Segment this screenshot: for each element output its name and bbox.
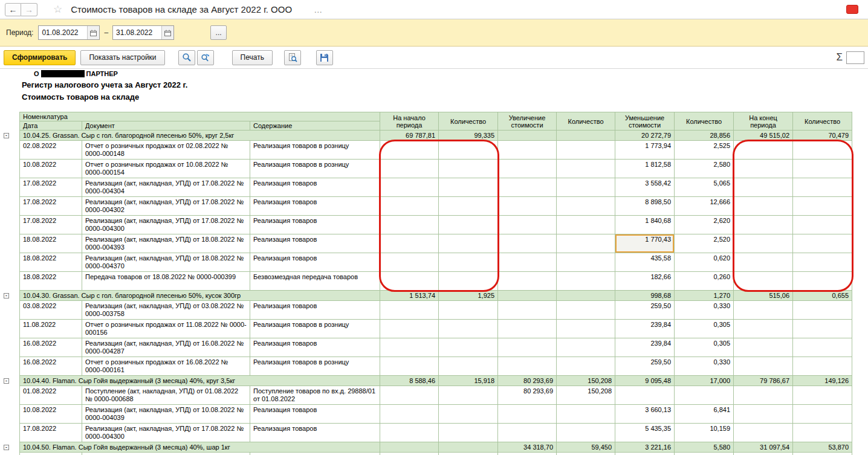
detail-row[interactable]: 17.08.2022Реализация (акт, накладная, УП… <box>20 197 852 216</box>
cell-content[interactable]: Реализация товаров в розницу <box>250 160 380 178</box>
cell-end[interactable] <box>734 320 793 338</box>
cell-dec[interactable] <box>615 386 675 405</box>
cell-inc_qty[interactable] <box>557 178 615 197</box>
cell-begin_qty[interactable] <box>439 320 498 338</box>
cell-dec[interactable]: 3 221,16 <box>615 442 675 453</box>
cell-end[interactable]: 31 097,54 <box>734 442 793 453</box>
cell-inc[interactable] <box>498 160 557 178</box>
cell-dec[interactable]: 182,66 <box>615 272 675 291</box>
cell-end_qty[interactable]: 53,870 <box>793 442 852 453</box>
cell-end[interactable] <box>734 234 793 253</box>
cell-inc[interactable] <box>498 216 557 234</box>
cell-begin_qty[interactable] <box>439 424 498 442</box>
print-button[interactable]: Печать <box>232 50 273 65</box>
cell-end[interactable] <box>734 178 793 197</box>
cell-begin[interactable]: 1 513,74 <box>380 291 439 301</box>
cell-end[interactable] <box>734 197 793 216</box>
cell-end[interactable]: 515,06 <box>734 291 793 301</box>
detail-row[interactable]: 18.08.2022Реализация (акт, накладная, УП… <box>20 253 852 272</box>
cell-begin_qty[interactable] <box>439 272 498 291</box>
cell-dec[interactable]: 3 558,42 <box>615 178 675 197</box>
cell-end_qty[interactable] <box>793 197 852 216</box>
cell-document[interactable]: Отчет о розничных продажах от 11.08.2022… <box>82 320 250 338</box>
cell-dec[interactable]: 259,50 <box>615 357 675 376</box>
detail-row[interactable]: 11.08.2022Отчет о розничных продажах от … <box>20 320 852 338</box>
cell-date[interactable]: 02.08.2022 <box>20 141 82 160</box>
cell-document[interactable]: Поступление (акт, накладная, УПД) от 01.… <box>82 386 250 405</box>
cell-inc[interactable] <box>498 141 557 160</box>
cell-inc_qty[interactable]: 150,208 <box>557 386 615 405</box>
cell-dec_qty[interactable]: 0,305 <box>675 338 734 357</box>
cell-end[interactable] <box>734 386 793 405</box>
cell-date[interactable]: 16.08.2022 <box>20 357 82 376</box>
cell-inc[interactable] <box>498 424 557 442</box>
cell-end[interactable] <box>734 216 793 234</box>
cell-begin_qty[interactable]: 15,918 <box>439 376 498 386</box>
cell-inc_qty[interactable] <box>557 424 615 442</box>
cell-dec[interactable]: 9 095,48 <box>615 376 675 386</box>
cell-inc[interactable] <box>498 357 557 376</box>
cell-dec_qty[interactable]: 0,330 <box>675 357 734 376</box>
cell-date[interactable]: 17.08.2022 <box>20 216 82 234</box>
cell-inc_qty[interactable] <box>557 141 615 160</box>
cell-content[interactable]: Реализация товаров в розницу <box>250 320 380 338</box>
detail-row[interactable]: 17.08.2022Реализация (акт, накладная, УП… <box>20 424 852 442</box>
cell-begin_qty[interactable] <box>439 197 498 216</box>
cell-dec[interactable]: 1 812,58 <box>615 160 675 178</box>
detail-row[interactable]: 03.08.2022Реализация (акт, накладная, УП… <box>20 301 852 320</box>
back-button[interactable]: ← <box>5 3 21 16</box>
group-total-row[interactable]: 10.04.50. Flaman. Сыр Гойя выдержанный (… <box>20 442 852 453</box>
cell-content[interactable]: Реализация товаров <box>250 178 380 197</box>
cell-date[interactable]: 16.08.2022 <box>20 338 82 357</box>
cell-begin_qty[interactable]: 99,335 <box>439 131 498 141</box>
cell-content[interactable]: Реализация товаров <box>250 301 380 320</box>
cell-begin_qty[interactable] <box>439 160 498 178</box>
cell-dec_qty[interactable]: 0,260 <box>675 272 734 291</box>
detail-row[interactable]: 02.08.2022Отчет о розничных продажах от … <box>20 141 852 160</box>
period-from-input[interactable] <box>39 26 87 39</box>
cell-document[interactable]: Поступление (акт, накладная, УПД) от <box>82 453 250 455</box>
cell-dec[interactable]: 3 660,13 <box>615 405 675 424</box>
cell-document[interactable]: Реализация (акт, накладная, УПД) от 03.0… <box>82 301 250 320</box>
cell-document[interactable]: Реализация (акт, накладная, УПД) от 18.0… <box>82 234 250 253</box>
search-button[interactable] <box>178 50 195 65</box>
detail-row[interactable]: 18.08.2022Реализация (акт, накладная, УП… <box>20 234 852 253</box>
cell-inc[interactable] <box>498 272 557 291</box>
cell-end_qty[interactable] <box>793 141 852 160</box>
cell-end_qty[interactable] <box>793 160 852 178</box>
cell-inc_qty[interactable] <box>557 131 615 141</box>
cell-inc_qty[interactable] <box>557 272 615 291</box>
cell-inc_qty[interactable] <box>557 405 615 424</box>
cell-dec_qty[interactable]: 1,270 <box>675 291 734 301</box>
cell-dec[interactable]: 8 898,50 <box>615 197 675 216</box>
cell-end_qty[interactable] <box>793 216 852 234</box>
cell-document[interactable]: Отчет о розничных продажах от 02.08.2022… <box>82 141 250 160</box>
col-header-decrease-qty[interactable]: Количество <box>675 112 734 131</box>
cell-begin_qty[interactable] <box>439 216 498 234</box>
cell-begin_qty[interactable] <box>439 178 498 197</box>
cell-inc[interactable] <box>498 197 557 216</box>
cell-dec_qty[interactable]: 28,856 <box>675 131 734 141</box>
save-button[interactable] <box>316 50 333 65</box>
collapse-group-button[interactable]: - <box>4 445 9 450</box>
detail-row[interactable]: 01.08.2022Поступление (акт, накладная, У… <box>20 386 852 405</box>
cell-end_qty[interactable]: 0,655 <box>793 291 852 301</box>
cell-end[interactable]: 49 515,02 <box>734 131 793 141</box>
cell-dec_qty[interactable] <box>675 453 734 455</box>
cell-begin[interactable] <box>380 253 439 272</box>
cell-end_qty[interactable] <box>793 357 852 376</box>
collapse-group-button[interactable]: - <box>4 378 9 384</box>
cell-end[interactable] <box>734 424 793 442</box>
cell-dec[interactable]: 435,58 <box>615 253 675 272</box>
cell-date[interactable]: 17.08.2022 <box>20 424 82 442</box>
cell-begin_qty[interactable] <box>439 234 498 253</box>
cell-end_qty[interactable] <box>793 338 852 357</box>
cell-inc_qty[interactable] <box>557 291 615 301</box>
cell-end_qty[interactable] <box>793 178 852 197</box>
cell-date[interactable]: 18.08.2022 <box>20 253 82 272</box>
cell-inc[interactable]: 34 318,70 <box>498 442 557 453</box>
cell-begin_qty[interactable] <box>439 141 498 160</box>
cell-content[interactable]: Реализация товаров <box>250 234 380 253</box>
cell-dec_qty[interactable]: 12,666 <box>675 197 734 216</box>
cell-inc_qty[interactable]: 150,208 <box>557 376 615 386</box>
